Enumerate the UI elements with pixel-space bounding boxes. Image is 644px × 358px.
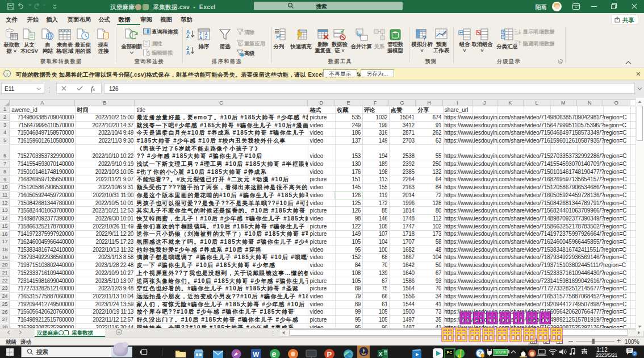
svg-text:W: W bbox=[253, 351, 260, 358]
svg-text:X: X bbox=[379, 351, 382, 357]
svg-text:PC: PC bbox=[447, 351, 453, 355]
svg-text:P: P bbox=[327, 350, 332, 358]
svg-text:e: e bbox=[272, 349, 277, 358]
